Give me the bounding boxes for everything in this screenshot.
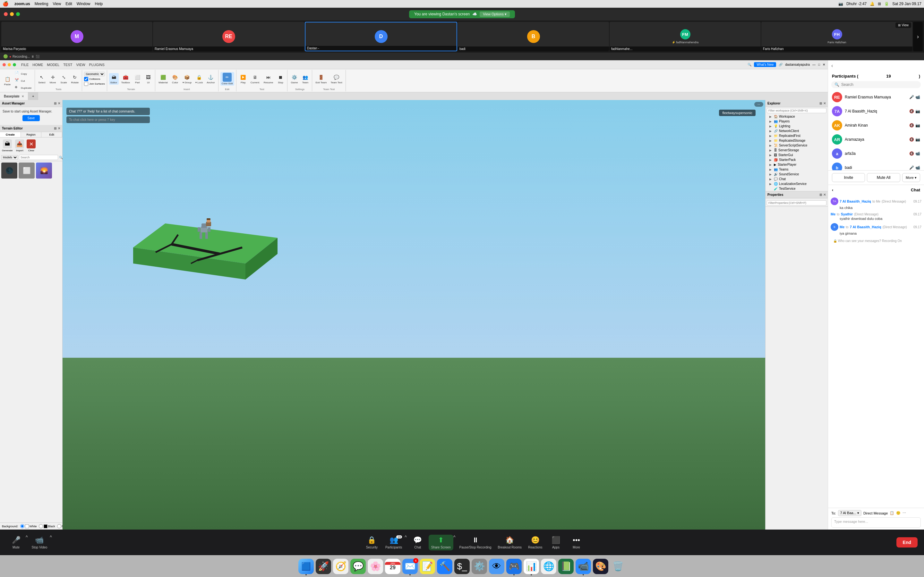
studio-close[interactable] (3, 63, 6, 66)
studio-menu-plugins[interactable]: PLUGINS (89, 63, 105, 67)
move-button[interactable]: ✛ Move (48, 73, 58, 85)
terrain-tools: 🏔 Generate 📥 Import ✕ Clear (0, 137, 62, 154)
toolbox-button[interactable]: 🧰 Toolbox (120, 73, 132, 85)
copy-button[interactable]: 📄Copy (13, 71, 33, 77)
app-name[interactable]: zoom.us (15, 2, 30, 6)
terrain-expand[interactable]: ⊞ (54, 127, 57, 130)
models-search-input[interactable] (19, 155, 58, 160)
models-search: Models 🔍 ☰ (0, 154, 62, 161)
current-client-button[interactable]: 🖥 Current: (249, 73, 261, 85)
menu-meeting[interactable]: Meeting (35, 2, 48, 6)
studio-menu-home[interactable]: HOME (32, 63, 43, 67)
cut-button[interactable]: ✂️Cut (13, 77, 33, 84)
svg-rect-12 (202, 223, 207, 228)
studio-menu-view[interactable]: VIEW (76, 63, 85, 67)
tab-close-icon[interactable]: ✕ (21, 95, 24, 98)
game-viewport[interactable]: Chat '/??' or '/help' for a list of chat… (63, 100, 462, 288)
rotate-button[interactable]: ↻ Rotate (70, 73, 80, 85)
color-edit-button[interactable]: ✏ Color Edit (220, 72, 234, 85)
studio-traffic-lights (3, 63, 16, 66)
asset-save-text: Save to start using Asset Manager. (3, 110, 60, 113)
model-thumb-1[interactable]: 🌑 (1, 163, 17, 179)
menu-help[interactable]: Help (95, 2, 103, 6)
video-strip: M Marisa Paryasto RE Ramiel Erasmus Mamu… (0, 21, 462, 53)
video-thumb-dastan[interactable]: D Dastan - (305, 22, 457, 51)
model-thumb-2[interactable]: ⬜ (19, 163, 35, 179)
studio-minimize[interactable] (8, 63, 11, 66)
asset-manager-expand[interactable]: ⊞ (54, 102, 57, 105)
studio-menu-file[interactable]: FILE (21, 63, 29, 67)
game-settings-button[interactable]: ⚙️ Game (289, 73, 299, 85)
clear-tool[interactable]: ✕ Clear (27, 139, 36, 152)
import-tool[interactable]: 📥 Import (15, 139, 24, 152)
pause-recording-icon[interactable]: ⏸ (31, 55, 34, 58)
video-thumb-marisa[interactable]: M Marisa Paryasto (1, 22, 152, 51)
material-button[interactable]: 🟩 Material (157, 73, 169, 85)
join-surfaces-checkbox[interactable] (84, 82, 88, 86)
play-button[interactable]: ▶️ Play (238, 73, 248, 85)
terrain-tab-region[interactable]: Region (21, 132, 42, 137)
zoom-banner: You are viewing Dastan's screen ☁️ View … (409, 10, 462, 18)
terrain-close[interactable]: ✕ (58, 127, 60, 130)
studio-maximize[interactable] (13, 63, 16, 66)
join-surfaces-label[interactable]: Join Surfaces (84, 82, 105, 86)
studio-body: Asset Manager ⊞ ✕ Save to start using As… (0, 100, 462, 288)
terrain-tab-create[interactable]: Create (0, 132, 21, 137)
studio-titlebar: FILE HOME MODEL TEST VIEW PLUGINS 🔍 What… (0, 60, 462, 69)
group-button[interactable]: 📦 ▾ Group (181, 73, 193, 85)
main-content: FILE HOME MODEL TEST VIEW PLUGINS 🔍 What… (0, 60, 462, 288)
terrain-tabs: Create Region Edit (0, 132, 62, 137)
anchor-button[interactable]: ⚓ Anchor (205, 73, 216, 85)
asset-save-button[interactable]: Save (23, 115, 40, 121)
terrain-editor-header: Terrain Editor ⊞ ✕ (0, 125, 62, 132)
duplicate-button[interactable]: ⊕Duplicate (13, 85, 33, 91)
lock-button[interactable]: 🔒 ▾ Lock (194, 73, 204, 85)
svg-rect-13 (200, 232, 202, 239)
stop-recording-icon[interactable]: ⬛ (36, 55, 39, 58)
part-button[interactable]: ⬜ Part (132, 73, 142, 85)
video-thumb-badi[interactable]: B badi (458, 22, 462, 51)
team-text-button[interactable]: 💬 Team Text (329, 73, 343, 85)
svg-rect-19 (207, 218, 210, 220)
studio-menu: FILE HOME MODEL TEST VIEW PLUGINS (21, 63, 105, 67)
editor-button[interactable]: 🏔 Editor (109, 73, 119, 85)
resume-button[interactable]: ⏭ Resume (262, 73, 275, 85)
close-button[interactable] (4, 12, 8, 16)
video-thumb-ramiel[interactable]: RE Ramiel Erasmus Mamuaya (153, 22, 304, 51)
models-dropdown[interactable]: Models (1, 155, 18, 160)
minimize-button[interactable] (10, 12, 14, 16)
menu-window[interactable]: Window (77, 2, 90, 6)
terrain-group: 🏔 Editor 🧰 Toolbox ⬜ Part 🖼 (107, 70, 156, 91)
scale-button[interactable]: ⤡ Scale (59, 73, 69, 85)
svg-rect-14 (205, 232, 208, 239)
collisions-label[interactable]: Collisions (84, 77, 105, 81)
game-scene-svg (63, 100, 462, 288)
collisions-checkbox[interactable] (84, 77, 88, 81)
mode-select[interactable]: Geometric (84, 72, 105, 76)
baseplate-tab[interactable]: Baseplate ✕ (0, 92, 28, 100)
asset-manager-close[interactable]: ✕ (58, 102, 60, 105)
chat-input-placeholder[interactable]: To chat click here or press '/' key (66, 116, 150, 123)
exit-team-games-button[interactable]: 🚪 Exit Team (314, 73, 328, 85)
paste-button[interactable]: 📋 Paste (3, 75, 12, 87)
team-button[interactable]: 👥 Team (300, 73, 310, 85)
ui-button[interactable]: 🖼 UI (144, 73, 153, 85)
studio-menu-test[interactable]: TEST (63, 63, 72, 67)
studio-menu-model[interactable]: MODEL (47, 63, 59, 67)
select-button[interactable]: ↖ Select (37, 73, 47, 85)
terrain-tab-edit[interactable]: Edit (41, 132, 62, 137)
new-tab-button[interactable]: + (28, 92, 38, 100)
generate-tool[interactable]: 🏔 Generate (2, 139, 13, 152)
mac-menubar: 🍎 zoom.us Meeting View Edit Window Help … (0, 0, 462, 8)
maximize-button[interactable] (16, 12, 20, 16)
asset-manager: Asset Manager ⊞ ✕ Save to start using As… (0, 100, 62, 125)
color-button[interactable]: 🎨 Color (170, 73, 180, 85)
apple-icon[interactable]: 🍎 (3, 1, 9, 7)
models-grid: 🌑 ⬜ 🌄 (0, 161, 62, 288)
menu-view[interactable]: View (53, 2, 61, 6)
asset-content: Save to start using Asset Manager. Save (0, 107, 62, 125)
stop-button[interactable]: ⏹ Stop (276, 73, 285, 85)
model-thumb-3[interactable]: 🌄 (36, 163, 52, 179)
menu-edit[interactable]: Edit (65, 2, 72, 6)
edit-group: ✏ Color Edit Edit (218, 70, 236, 91)
